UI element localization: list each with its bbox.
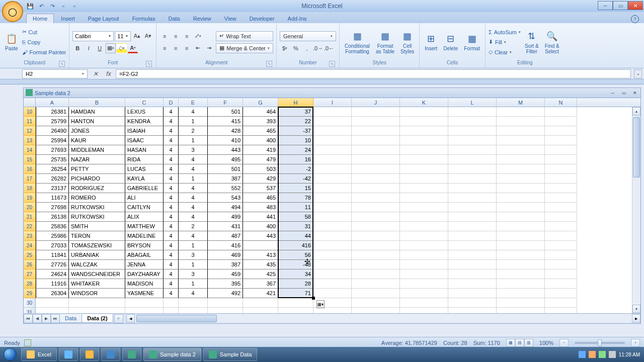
decrease-decimal-button[interactable]: .0← — [324, 43, 334, 53]
row-header[interactable]: 12 — [24, 126, 36, 136]
row-header[interactable]: 28 — [24, 279, 36, 289]
macro-record-icon[interactable] — [24, 339, 31, 346]
cell[interactable]: 421 — [243, 289, 278, 298]
cell[interactable] — [313, 241, 352, 250]
cell[interactable] — [497, 279, 545, 289]
cell[interactable] — [400, 269, 448, 279]
cell[interactable] — [448, 145, 497, 155]
cell[interactable] — [400, 193, 448, 203]
zoom-out-button[interactable]: − — [559, 339, 569, 347]
cell[interactable]: GABRIELLE — [125, 184, 164, 193]
redo-icon[interactable]: ↷ — [48, 2, 56, 10]
cell[interactable]: 37 — [278, 107, 313, 117]
cell[interactable] — [545, 155, 577, 164]
cell[interactable] — [448, 155, 497, 164]
cell[interactable]: 4 — [164, 260, 179, 269]
taskbar-item[interactable]: Excel — [21, 348, 57, 361]
cell[interactable]: 419 — [243, 145, 278, 155]
taskbar-item[interactable] — [101, 348, 120, 361]
cell[interactable]: 4 — [179, 289, 208, 298]
cell[interactable]: 501 — [208, 107, 243, 117]
save-icon[interactable]: 💾 — [26, 2, 34, 10]
cell[interactable]: 4 — [164, 222, 179, 231]
font-name-dropdown[interactable]: Calibri▼ — [72, 31, 114, 41]
column-header[interactable]: A — [36, 98, 69, 107]
cell[interactable] — [545, 289, 577, 298]
cell[interactable]: 25994 — [36, 136, 69, 145]
cell[interactable] — [36, 298, 69, 308]
cell[interactable]: 16 — [278, 155, 313, 164]
undo-icon[interactable]: ↶ — [37, 2, 45, 10]
cell[interactable]: 78 — [278, 193, 313, 203]
sheet-tab[interactable]: Data — [59, 314, 82, 323]
fill-button[interactable]: ⬇Fill▾ — [489, 38, 521, 47]
cell[interactable] — [448, 269, 497, 279]
cell[interactable] — [164, 298, 179, 308]
align-left-button[interactable]: ≡ — [159, 43, 170, 53]
row-header[interactable]: 22 — [24, 222, 36, 231]
cell[interactable] — [400, 250, 448, 260]
cell[interactable] — [313, 222, 352, 231]
select-all-button[interactable] — [24, 98, 36, 107]
cell[interactable]: 483 — [243, 203, 278, 212]
cell[interactable] — [400, 260, 448, 269]
cell[interactable]: 4 — [164, 184, 179, 193]
cell[interactable] — [400, 184, 448, 193]
cell[interactable]: RUTKOWSKI — [69, 212, 125, 222]
cell[interactable]: 4 — [179, 107, 208, 117]
tab-review[interactable]: Review — [187, 14, 217, 23]
cell[interactable] — [400, 164, 448, 174]
cell[interactable] — [497, 250, 545, 260]
cell[interactable]: 501 — [208, 164, 243, 174]
orientation-button[interactable]: ⤢▾ — [193, 31, 203, 41]
row-header[interactable]: 19 — [24, 193, 36, 203]
cell[interactable]: 28 — [278, 279, 313, 289]
column-header[interactable]: K — [400, 98, 448, 107]
tab-developer[interactable]: Developer — [243, 14, 280, 23]
last-sheet-button[interactable]: ⏭ — [51, 314, 60, 323]
cell[interactable]: 552 — [208, 184, 243, 193]
cell[interactable]: 393 — [243, 117, 278, 126]
cell[interactable]: 4 — [179, 212, 208, 222]
help-icon[interactable]: ? — [631, 15, 639, 23]
cell[interactable]: RODRIGUEZ — [69, 184, 125, 193]
cell[interactable]: WANDSCHNEIDER — [69, 269, 125, 279]
cell[interactable] — [313, 289, 352, 298]
cell[interactable] — [352, 212, 400, 222]
cell[interactable] — [497, 193, 545, 203]
cell[interactable] — [313, 193, 352, 203]
prev-sheet-button[interactable]: ◀ — [33, 314, 42, 323]
align-bottom-button[interactable]: ≡ — [182, 31, 192, 41]
fill-handle[interactable] — [312, 297, 315, 300]
cell[interactable]: 27726 — [36, 260, 69, 269]
font-size-dropdown[interactable]: 11▼ — [115, 31, 131, 41]
cell[interactable] — [352, 107, 400, 117]
cell[interactable]: NAZAR — [69, 155, 125, 164]
cell[interactable] — [352, 260, 400, 269]
cell[interactable]: 2 — [179, 222, 208, 231]
row-header[interactable]: 20 — [24, 203, 36, 212]
cell[interactable]: MATTHEW — [125, 222, 164, 231]
row-header[interactable]: 26 — [24, 260, 36, 269]
row-header[interactable]: 18 — [24, 184, 36, 193]
cell[interactable] — [352, 164, 400, 174]
cell[interactable]: 4 — [179, 231, 208, 241]
cell[interactable]: RIDA — [125, 155, 164, 164]
cell[interactable] — [313, 203, 352, 212]
format-as-table-button[interactable]: ▦Format as Table — [374, 29, 396, 55]
first-sheet-button[interactable]: ⏮ — [24, 314, 33, 323]
cell[interactable]: 27693 — [36, 145, 69, 155]
cell[interactable]: BRYSON — [125, 241, 164, 250]
cell[interactable]: 3 — [179, 145, 208, 155]
cell[interactable]: 4 — [164, 212, 179, 222]
cell[interactable]: 443 — [243, 231, 278, 241]
cell[interactable] — [400, 126, 448, 136]
cell[interactable]: 4 — [164, 193, 179, 203]
zoom-slider-thumb[interactable] — [598, 339, 602, 346]
cell[interactable]: 11841 — [36, 250, 69, 260]
cell[interactable] — [545, 222, 577, 231]
cell[interactable]: 400 — [243, 222, 278, 231]
cell[interactable] — [313, 184, 352, 193]
cell[interactable] — [352, 231, 400, 241]
cell[interactable]: 495 — [208, 155, 243, 164]
